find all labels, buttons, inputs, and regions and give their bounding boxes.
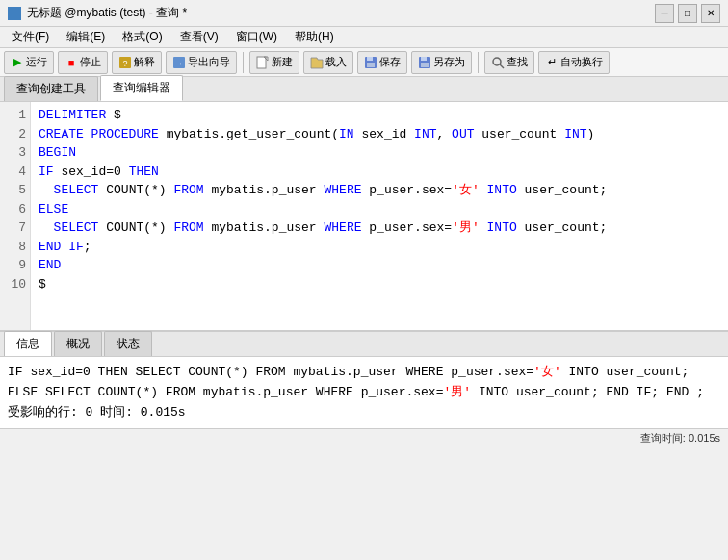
toolbar-separator-2 xyxy=(478,52,479,73)
tab-overview[interactable]: 概况 xyxy=(54,331,102,356)
bottom-panel: 信息 概况 状态 IF sex_id=0 THEN SELECT COUNT(*… xyxy=(0,331,728,428)
new-icon xyxy=(256,56,270,69)
title-bar: 无标题 @mybatis (test) - 查询 * ─ □ ✕ xyxy=(0,0,728,27)
autowrap-button[interactable]: ↵ 自动换行 xyxy=(538,51,610,74)
load-label: 载入 xyxy=(325,55,347,69)
stop-label: 停止 xyxy=(80,55,101,69)
app-icon xyxy=(8,7,21,20)
window-title: 无标题 @mybatis (test) - 查询 * xyxy=(27,5,187,21)
tab-query-editor[interactable]: 查询编辑器 xyxy=(100,75,183,101)
tab-query-builder[interactable]: 查询创建工具 xyxy=(4,76,98,101)
status-text: 查询时间: 0.015s xyxy=(640,431,720,445)
minimize-button[interactable]: ─ xyxy=(655,4,674,23)
bottom-content-area: IF sex_id=0 THEN SELECT COUNT(*) FROM my… xyxy=(0,357,728,428)
svg-rect-11 xyxy=(421,63,429,67)
autowrap-icon: ↵ xyxy=(545,56,559,69)
bottom-tab-bar: 信息 概况 状态 xyxy=(0,332,728,357)
menu-view[interactable]: 查看(V) xyxy=(172,27,226,47)
window-controls: ─ □ ✕ xyxy=(655,4,720,23)
saveas-button[interactable]: 另存为 xyxy=(411,51,472,74)
explain-label: 解释 xyxy=(134,55,155,69)
stop-icon: ■ xyxy=(65,56,78,69)
svg-text:?: ? xyxy=(122,59,127,68)
menu-bar: 文件(F) 编辑(E) 格式(O) 查看(V) 窗口(W) 帮助(H) xyxy=(0,27,728,48)
line-numbers: 1 2 3 4 5 6 7 8 9 10 xyxy=(0,102,31,330)
code-editor[interactable]: DELIMITER $ CREATE PROCEDURE mybatis.get… xyxy=(31,102,728,330)
editor-area[interactable]: 1 2 3 4 5 6 7 8 9 10 DELIMITER $ CREATE … xyxy=(0,102,728,331)
export-label: 导出向导 xyxy=(188,55,230,69)
run-icon: ▶ xyxy=(11,56,24,69)
stop-button[interactable]: ■ 停止 xyxy=(58,51,108,74)
menu-format[interactable]: 格式(O) xyxy=(115,27,169,47)
svg-rect-10 xyxy=(421,57,427,61)
save-button[interactable]: 保存 xyxy=(357,51,407,74)
svg-rect-4 xyxy=(257,57,266,68)
svg-rect-7 xyxy=(367,57,373,61)
toolbar-separator-1 xyxy=(243,52,244,73)
menu-file[interactable]: 文件(F) xyxy=(4,27,57,47)
toolbar: ▶ 运行 ■ 停止 ? 解释 → 导出向导 新建 载入 保存 xyxy=(0,48,728,77)
run-label: 运行 xyxy=(26,55,47,69)
new-label: 新建 xyxy=(272,55,293,69)
saveas-label: 另存为 xyxy=(433,55,465,69)
maximize-button[interactable]: □ xyxy=(678,4,697,23)
explain-button[interactable]: ? 解释 xyxy=(112,51,162,74)
menu-help[interactable]: 帮助(H) xyxy=(287,27,342,47)
explain-icon: ? xyxy=(118,56,132,69)
load-button[interactable]: 载入 xyxy=(303,51,353,74)
find-label: 查找 xyxy=(507,55,528,69)
saveas-icon xyxy=(418,56,431,69)
menu-window[interactable]: 窗口(W) xyxy=(228,27,285,47)
svg-line-13 xyxy=(500,64,504,68)
find-icon xyxy=(491,56,505,69)
find-button[interactable]: 查找 xyxy=(484,51,534,74)
save-label: 保存 xyxy=(379,55,401,69)
svg-rect-8 xyxy=(367,63,375,67)
save-icon xyxy=(364,56,377,69)
load-icon xyxy=(310,56,324,69)
svg-text:→: → xyxy=(175,59,184,68)
export-button[interactable]: → 导出向导 xyxy=(166,51,237,74)
export-icon: → xyxy=(172,56,186,69)
new-button[interactable]: 新建 xyxy=(249,51,299,74)
close-button[interactable]: ✕ xyxy=(701,4,720,23)
tab-status[interactable]: 状态 xyxy=(104,331,152,356)
menu-edit[interactable]: 编辑(E) xyxy=(59,27,113,47)
svg-point-12 xyxy=(493,58,501,65)
query-tab-bar: 查询创建工具 查询编辑器 xyxy=(0,77,728,102)
run-button[interactable]: ▶ 运行 xyxy=(4,51,54,74)
autowrap-label: 自动换行 xyxy=(560,55,603,69)
tab-info[interactable]: 信息 xyxy=(4,331,52,356)
status-bar: 查询时间: 0.015s xyxy=(0,428,728,447)
